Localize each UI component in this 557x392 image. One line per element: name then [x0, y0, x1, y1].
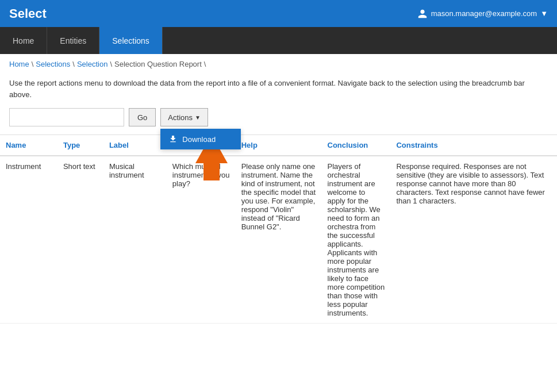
cell-select: Which musical instrument to you play?	[167, 156, 236, 324]
search-input[interactable]	[9, 108, 124, 126]
table-row: Instrument Short text Musical instrument…	[0, 156, 557, 324]
cell-type: Short text	[57, 156, 103, 324]
user-email: mason.manager@example.com	[431, 9, 537, 18]
report-table: Name Type Label Help Conclusion Constrai…	[0, 135, 557, 324]
col-header-label: Label	[103, 135, 167, 156]
breadcrumb: Home \ Selections \ Selection \ Selectio…	[0, 54, 557, 74]
col-header-name: Name	[0, 135, 57, 156]
cell-constraints: Response required. Responses are not sen…	[390, 156, 557, 324]
top-bar: Select mason.manager@example.com ▼	[0, 0, 557, 27]
download-menu-item[interactable]: Download	[160, 129, 241, 149]
go-button[interactable]: Go	[129, 108, 156, 126]
breadcrumb-selections[interactable]: Selections	[36, 60, 70, 68]
user-icon	[417, 9, 428, 19]
table-header-row: Name Type Label Help Conclusion Constrai…	[0, 135, 557, 156]
table-container: Name Type Label Help Conclusion Constrai…	[0, 134, 557, 324]
user-menu[interactable]: mason.manager@example.com ▼	[417, 9, 548, 19]
nav-selections[interactable]: Selections	[99, 27, 163, 54]
toolbar: Go Actions ▼ Download	[0, 108, 557, 132]
nav-entities[interactable]: Entities	[47, 27, 99, 54]
breadcrumb-selection[interactable]: Selection	[77, 60, 107, 68]
actions-dropdown-container: Actions ▼ Download	[160, 108, 208, 126]
breadcrumb-home[interactable]: Home	[9, 60, 29, 68]
actions-chevron-icon: ▼	[195, 114, 201, 121]
breadcrumb-current: Selection Question Report	[114, 60, 202, 68]
cell-label: Musical instrument	[103, 156, 167, 324]
actions-dropdown-menu: Download	[160, 129, 241, 149]
col-header-conclusion: Conclusion	[322, 135, 391, 156]
cell-name: Instrument	[0, 156, 57, 324]
col-header-help: Help	[236, 135, 322, 156]
user-chevron: ▼	[540, 9, 548, 18]
download-icon	[168, 134, 178, 144]
page-description: Use the report actions menu to download …	[0, 74, 557, 108]
nav-bar: Home Entities Selections	[0, 27, 557, 54]
col-header-type: Type	[57, 135, 103, 156]
actions-button[interactable]: Actions ▼	[160, 108, 208, 126]
cell-help: Please only name one instrument. Name th…	[236, 156, 322, 324]
nav-home[interactable]: Home	[0, 27, 47, 54]
app-title: Select	[9, 6, 47, 21]
cell-conclusion: Players of orchestral instrument are wel…	[322, 156, 391, 324]
col-header-constraints: Constraints	[390, 135, 557, 156]
